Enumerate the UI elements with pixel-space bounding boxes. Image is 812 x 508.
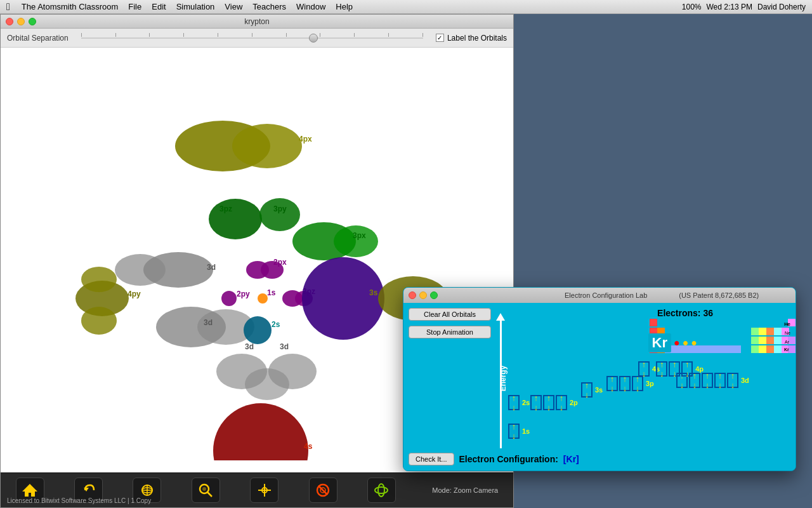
2s-box: ↑ ↓ bbox=[508, 395, 520, 410]
3p-b1: ↑ bbox=[623, 374, 627, 384]
2p-c2: ↓ bbox=[560, 403, 564, 412]
1s-arrow-down: ↓ bbox=[512, 431, 516, 441]
teachers-menu[interactable]: Teachers bbox=[247, 2, 291, 11]
ecl-close-button[interactable] bbox=[409, 291, 416, 299]
2s-arrow-down: ↓ bbox=[512, 403, 516, 412]
svg-text:He: He bbox=[785, 322, 790, 326]
minimize-button[interactable] bbox=[17, 18, 25, 25]
2p-label: 2p bbox=[570, 399, 578, 406]
svg-line-50 bbox=[207, 492, 212, 497]
ecl-content: Clear All Orbitals Stop Animation Energy… bbox=[403, 303, 796, 471]
4s-b: ↓ bbox=[642, 369, 646, 378]
3p-a2: ↓ bbox=[610, 384, 615, 393]
svg-point-8 bbox=[334, 225, 378, 257]
menubar-right: 100% Wed 2:13 PM David Doherty bbox=[682, 3, 812, 11]
close-button[interactable] bbox=[6, 18, 13, 25]
3s-label: 3s bbox=[595, 386, 603, 394]
1s-arrow-up: ↑ bbox=[512, 422, 516, 431]
maximize-button[interactable] bbox=[29, 18, 36, 25]
svg-marker-43 bbox=[22, 484, 37, 497]
4s-box: ↑ ↓ bbox=[638, 361, 650, 377]
apple-menu[interactable]:  bbox=[0, 1, 16, 13]
svg-point-51 bbox=[202, 487, 206, 491]
level-2p: ↑ ↓ ↑ ↓ ↑ ↓ 2p bbox=[530, 395, 578, 410]
svg-text:3d: 3d bbox=[204, 318, 213, 327]
svg-rect-91 bbox=[766, 345, 774, 353]
4s-a: ↑ bbox=[642, 359, 646, 369]
svg-text:4py: 4py bbox=[128, 290, 141, 298]
2p-a1: ↑ bbox=[534, 393, 539, 403]
kr-dot: ● bbox=[674, 337, 680, 349]
svg-rect-84 bbox=[703, 345, 710, 353]
view-menu[interactable]: View bbox=[219, 2, 247, 11]
2p-box-1: ↑ ↓ bbox=[530, 395, 542, 410]
svg-text:Kr: Kr bbox=[784, 347, 789, 352]
config-row: Check It... Electron Configuration: [Kr] bbox=[409, 451, 792, 467]
energy-label: Energy bbox=[499, 365, 508, 391]
svg-point-4 bbox=[259, 198, 300, 231]
menubar-time: Wed 2:13 PM bbox=[706, 3, 752, 11]
svg-point-31 bbox=[302, 257, 384, 340]
orbital-sep-label: Orbital Separation bbox=[7, 34, 69, 43]
svg-text:2px: 2px bbox=[273, 258, 287, 267]
zoom-button[interactable] bbox=[192, 478, 220, 503]
menubar:  The Atomsmith Classroom File Edit Simu… bbox=[0, 0, 812, 14]
3p-box-2: ↑ ↓ bbox=[619, 376, 631, 391]
svg-rect-67 bbox=[774, 328, 782, 335]
svg-point-59 bbox=[378, 484, 384, 497]
3s-b: ↓ bbox=[585, 390, 589, 399]
kr-dot2: ● bbox=[683, 337, 689, 349]
3s-box: ↑ ↓ bbox=[581, 382, 593, 398]
svg-rect-74 bbox=[774, 337, 782, 344]
label-orbitals-container[interactable]: ✓ Label the Orbitals bbox=[436, 34, 507, 43]
svg-line-56 bbox=[318, 486, 327, 495]
svg-rect-92 bbox=[774, 345, 782, 353]
clear-all-orbitals-button[interactable]: Clear All Orbitals bbox=[409, 308, 491, 321]
2p-box-2: ↑ ↓ bbox=[543, 395, 554, 410]
mode-label: Mode: Zoom Camera bbox=[432, 486, 498, 494]
window-menu[interactable]: Window bbox=[291, 2, 331, 11]
level-3p: ↑ ↓ ↑ ↓ ↑ ↓ 3p bbox=[606, 376, 654, 391]
stop-animation-button[interactable]: Stop Animation bbox=[409, 326, 491, 338]
ecl-patent-text: (US Patent 8,672,685 B2) bbox=[679, 291, 759, 299]
menubar-battery: 100% bbox=[682, 3, 702, 11]
ecl-traffic-lights[interactable] bbox=[409, 291, 438, 299]
svg-text:3py: 3py bbox=[273, 204, 287, 213]
label-orbitals-label: Label the Orbitals bbox=[447, 34, 507, 43]
orbital-sep-slider[interactable] bbox=[81, 32, 423, 44]
file-menu[interactable]: File bbox=[123, 2, 147, 11]
svg-rect-85 bbox=[710, 345, 718, 353]
help-menu[interactable]: Help bbox=[331, 2, 358, 11]
no-rotation-button[interactable] bbox=[309, 478, 337, 503]
orbital-button[interactable] bbox=[367, 478, 396, 503]
3p-b2: ↓ bbox=[623, 384, 627, 393]
license-text: Licensed to Bitwixt Software Systems LLC… bbox=[7, 497, 151, 504]
svg-rect-89 bbox=[751, 345, 759, 353]
label-orbitals-checkbox[interactable]: ✓ bbox=[436, 34, 444, 42]
svg-rect-94 bbox=[788, 345, 796, 353]
simulation-menu[interactable]: Simulation bbox=[171, 2, 220, 11]
check-it-button[interactable]: Check It... bbox=[409, 453, 454, 465]
svg-rect-66 bbox=[766, 328, 774, 335]
config-label: Electron Configuration: bbox=[459, 454, 558, 464]
svg-rect-90 bbox=[759, 345, 766, 353]
2p-a2: ↓ bbox=[534, 403, 539, 412]
center-button[interactable] bbox=[250, 478, 278, 503]
svg-rect-87 bbox=[726, 345, 733, 353]
app-menu[interactable]: The Atomsmith Classroom bbox=[16, 2, 123, 11]
svg-rect-60 bbox=[650, 319, 657, 326]
1s-label: 1s bbox=[522, 427, 530, 435]
edit-menu[interactable]: Edit bbox=[147, 2, 171, 11]
ecl-minimize-button[interactable] bbox=[419, 291, 427, 299]
kr-element-display: Kr ● ● ● bbox=[648, 333, 697, 352]
svg-point-39 bbox=[81, 267, 117, 292]
svg-text:3pz: 3pz bbox=[219, 204, 232, 213]
level-1s: ↑ ↓ 1s bbox=[508, 424, 530, 439]
traffic-lights[interactable] bbox=[6, 18, 36, 25]
ecl-title-text: Electron Configuration Lab bbox=[565, 291, 647, 299]
ecl-maximize-button[interactable] bbox=[430, 291, 438, 299]
2s-arrow-up: ↑ bbox=[512, 393, 516, 403]
2p-c1: ↑ bbox=[560, 393, 564, 403]
svg-text:3s: 3s bbox=[369, 288, 378, 297]
svg-text:2s: 2s bbox=[272, 320, 280, 329]
